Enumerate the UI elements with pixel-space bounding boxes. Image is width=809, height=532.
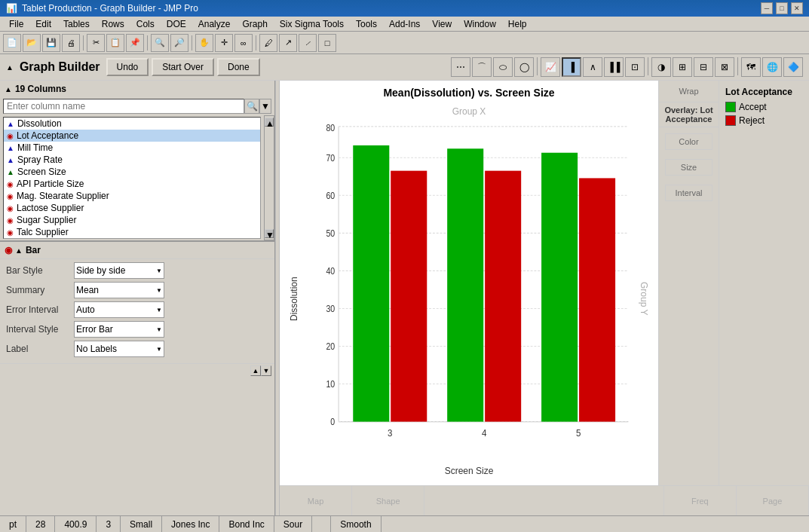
column-item-spray-rate[interactable]: ▲Spray Rate [4,154,260,166]
gb-collapse-icon[interactable]: ▲ [6,63,14,72]
toolbar-open[interactable]: 📂 [23,34,41,52]
vis-ellipse[interactable]: ⬭ [493,57,513,77]
prop-summary-arrow: ▼ [156,287,162,294]
svg-text:5: 5 [576,428,581,439]
menu-window[interactable]: Window [458,17,502,31]
freq-btn[interactable]: Freq [664,486,737,515]
bar-scroll-down[interactable]: ▼ [261,365,271,376]
toolbar-crosshair[interactable]: ✛ [215,34,233,52]
close-button[interactable]: ✕ [791,2,803,14]
toolbar-new[interactable]: 📄 [3,34,21,52]
maximize-button[interactable]: □ [776,2,788,14]
bar-section: ◉ ▲ Bar Bar Style Side by side ▼ Summary [0,241,274,515]
search-icon-btn[interactable]: 🔍 [244,99,259,114]
search-dropdown-btn[interactable]: ▼ [259,99,271,114]
status-smooth: Smooth [331,516,381,532]
toolbar-cut[interactable]: ✂ [87,34,105,52]
column-item-mill-time[interactable]: ▲Mill Time [4,142,260,154]
vis-other[interactable]: ⊠ [715,57,734,77]
overlay-color-btn[interactable]: Color [665,133,712,150]
status-28: 28 [26,516,55,532]
vis-line[interactable]: ⌒ [472,57,492,77]
column-item-lot-acceptance[interactable]: ◉Lot Acceptance [4,130,260,142]
overlay-interval-btn[interactable]: Interval [665,185,712,201]
toolbar-line[interactable]: ⟋ [299,34,317,52]
undo-button[interactable]: Undo [106,58,149,76]
bar-group5-accept[interactable] [541,153,578,422]
menu-graph[interactable]: Graph [236,17,273,31]
vis-map1[interactable]: 🗺 [741,57,761,77]
menu-addins[interactable]: Add-Ins [383,17,426,31]
vis-bar[interactable]: ▐ [562,57,581,77]
menu-view[interactable]: View [426,17,458,31]
menu-rows[interactable]: Rows [96,17,130,31]
bar-group4-accept[interactable] [447,148,483,421]
prop-summary-select[interactable]: Mean ▼ [74,282,164,298]
menu-tools[interactable]: Tools [350,17,383,31]
bar-scroll-up[interactable]: ▲ [250,365,261,376]
toolbar-copy[interactable]: 📋 [106,34,124,52]
column-item-sugar-supplier[interactable]: ◉Sugar Supplier [4,214,260,226]
menu-file[interactable]: File [3,17,29,31]
toolbar-shape[interactable]: □ [318,34,336,52]
toolbar-hand[interactable]: ✋ [195,34,213,52]
vis-contour[interactable]: ◯ [514,57,534,77]
status-sour: Sour [274,516,312,532]
vis-scatter[interactable]: ⋯ [451,57,470,77]
toolbar-save[interactable]: 💾 [42,34,60,52]
vis-box[interactable]: ⊡ [625,57,645,77]
toolbar-lasso[interactable]: ∞ [234,34,253,52]
overlay-size-btn[interactable]: Size [665,159,712,176]
start-over-button[interactable]: Start Over [152,58,214,76]
toolbar-paste[interactable]: 📌 [126,34,144,52]
vis-histogram[interactable]: ▐▐ [604,57,624,77]
columns-collapse-icon[interactable]: ▲ [5,85,12,93]
menu-sixsigma[interactable]: Six Sigma Tools [274,17,350,31]
menu-cols[interactable]: Cols [130,17,161,31]
column-item-mag.-stearate-supplier[interactable]: ◉Mag. Stearate Supplier [4,190,260,202]
vis-treemap[interactable]: ⊞ [673,57,692,77]
prop-bar-style: Bar Style Side by side ▼ [6,262,268,279]
bar-section-icon: ◉ [5,245,12,255]
toolbar-annotate[interactable]: 🖊 [259,34,277,52]
prop-error-interval-select[interactable]: Auto ▼ [74,301,164,318]
toolbar-print[interactable]: 🖨 [62,34,80,52]
status-pt: pt [0,516,26,532]
column-item-api-particle-size[interactable]: ◉API Particle Size [4,178,260,190]
search-bar: 🔍 ▼ [0,97,274,115]
prop-label-select[interactable]: No Labels ▼ [74,341,164,357]
menu-analyze[interactable]: Analyze [192,17,237,31]
vis-map2[interactable]: 🌐 [762,57,782,77]
prop-bar-style-select[interactable]: Side by side ▼ [74,262,164,279]
menu-edit[interactable]: Edit [29,17,57,31]
vis-heatmap[interactable]: ⊟ [694,57,713,77]
vis-map3[interactable]: 🔷 [783,57,803,77]
column-item-talc-supplier[interactable]: ◉Talc Supplier [4,226,260,238]
bar-group4-reject[interactable] [485,171,521,422]
column-item-screen-size[interactable]: ▲Screen Size [4,166,260,178]
toolbar-arrow[interactable]: ↗ [279,34,297,52]
menu-help[interactable]: Help [502,17,533,31]
bar-group3-accept[interactable] [353,145,389,422]
column-item-lactose-supplier[interactable]: ◉Lactose Supplier [4,202,260,214]
bar-group3-reject[interactable] [391,171,427,422]
menu-doe[interactable]: DOE [161,17,192,31]
vis-pie[interactable]: ◑ [651,57,671,77]
bar-collapse-icon[interactable]: ▲ [15,246,23,255]
page-btn[interactable]: Page [737,486,809,515]
menu-tables[interactable]: Tables [57,17,96,31]
shape-btn[interactable]: Shape [352,486,424,515]
map-btn[interactable]: Map [280,486,352,515]
toolbar-zoom-in[interactable]: 🔍 [151,34,169,52]
minimize-button[interactable]: ─ [761,2,773,14]
toolbar-zoom-out[interactable]: 🔎 [170,34,188,52]
status-bar: pt 28 400.9 3 Small Jones Inc Bond Inc S… [0,515,809,532]
bar-group5-reject[interactable] [579,178,615,421]
search-input[interactable] [3,99,244,114]
column-item-dissolution[interactable]: ▲Dissolution [4,118,260,130]
columns-scrollbar[interactable]: ▲ ▼ [264,115,274,240]
prop-interval-style-select[interactable]: Error Bar ▼ [74,321,164,338]
done-button[interactable]: Done [217,58,260,76]
vis-linechart[interactable]: 📈 [541,57,560,77]
vis-area[interactable]: ∧ [583,57,602,77]
